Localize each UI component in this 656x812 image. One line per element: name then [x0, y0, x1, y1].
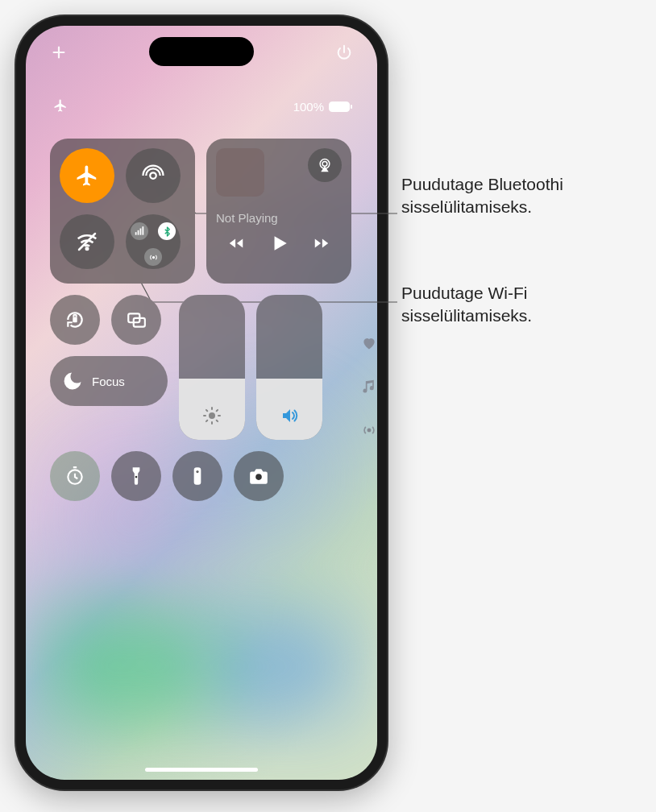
svg-point-17: [196, 470, 198, 473]
phone-frame: 100%: [16, 16, 387, 789]
flashlight-button[interactable]: [111, 451, 161, 501]
svg-rect-5: [143, 226, 144, 235]
timer-button[interactable]: [50, 451, 100, 501]
power-button[interactable]: [335, 44, 353, 64]
previous-track-button[interactable]: [227, 234, 245, 255]
svg-rect-2: [135, 232, 137, 235]
svg-rect-3: [138, 230, 139, 235]
svg-point-13: [367, 429, 370, 431]
add-control-button[interactable]: [50, 44, 68, 64]
svg-rect-4: [140, 229, 142, 235]
bluetooth-icon: [158, 222, 176, 240]
wifi-button[interactable]: [60, 214, 114, 269]
play-button[interactable]: [268, 233, 289, 257]
svg-rect-9: [73, 317, 77, 323]
media-title-label: Not Playing: [216, 211, 342, 225]
airplane-mode-button[interactable]: [60, 148, 114, 203]
volume-slider[interactable]: [256, 295, 322, 440]
remote-button[interactable]: [172, 451, 222, 501]
airdrop-button[interactable]: [126, 148, 181, 203]
callout-wifi: Puudutage Wi-Fi sisselülitamiseks.: [401, 282, 656, 328]
cellular-icon: [131, 222, 148, 240]
status-bar: 100%: [26, 98, 377, 115]
svg-point-15: [135, 476, 138, 478]
camera-button[interactable]: [234, 451, 284, 501]
connectivity-cluster-button[interactable]: [126, 214, 181, 269]
svg-point-12: [209, 412, 215, 419]
home-indicator[interactable]: [145, 768, 258, 772]
music-note-icon: [361, 379, 377, 398]
brightness-slider[interactable]: [179, 295, 245, 440]
battery-icon: [329, 102, 350, 112]
svg-rect-16: [194, 467, 201, 485]
screen-mirroring-button[interactable]: [111, 295, 161, 345]
callout-bluetooth: Puudutage Bluetoothi sisselülitamiseks.: [401, 173, 656, 219]
hotspot-side-icon: [361, 422, 377, 441]
focus-button[interactable]: Focus: [50, 356, 168, 406]
control-center-screen: 100%: [26, 26, 377, 780]
sun-icon: [202, 406, 222, 429]
next-track-button[interactable]: [313, 234, 330, 255]
dynamic-island: [149, 37, 254, 66]
album-art-placeholder: [216, 148, 264, 197]
airplay-button[interactable]: [308, 148, 342, 182]
speaker-icon: [280, 406, 299, 429]
hotspot-icon: [144, 248, 162, 266]
svg-point-18: [255, 474, 262, 480]
battery-status: 100%: [293, 100, 350, 114]
battery-percent-label: 100%: [293, 100, 324, 114]
airplane-mode-status-icon: [53, 98, 68, 115]
focus-label: Focus: [92, 375, 125, 388]
media-tile[interactable]: Not Playing: [206, 139, 351, 284]
svg-point-8: [322, 161, 327, 166]
control-center-grid: Not Playing: [50, 139, 353, 512]
heart-icon: [361, 335, 377, 354]
side-indicators: [361, 335, 377, 441]
svg-point-0: [150, 172, 156, 179]
rotation-lock-button[interactable]: [50, 295, 100, 345]
svg-point-6: [152, 256, 154, 258]
connectivity-tile[interactable]: [50, 139, 195, 284]
